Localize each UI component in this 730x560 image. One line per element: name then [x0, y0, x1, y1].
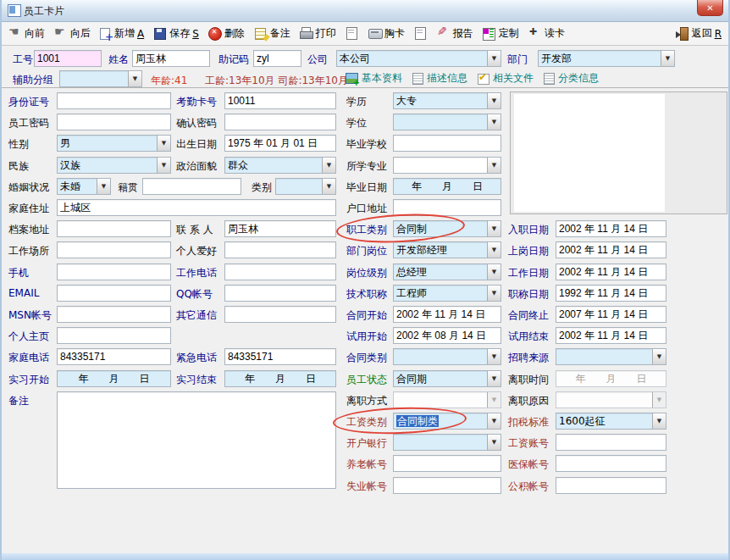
- toolbar-read-card-button[interactable]: 读卡: [528, 26, 565, 41]
- degree-select[interactable]: ▼: [393, 114, 501, 130]
- mobile-input[interactable]: [57, 263, 171, 280]
- contract-end-input[interactable]: [556, 306, 666, 323]
- dropdown-arrow-icon[interactable]: ▼: [97, 179, 110, 194]
- graduation-date-input[interactable]: [393, 178, 501, 195]
- dropdown-arrow-icon[interactable]: ▼: [487, 93, 500, 108]
- dropdown-arrow-icon[interactable]: ▼: [652, 392, 666, 408]
- toolbar-badge-button[interactable]: 胸卡: [368, 26, 405, 41]
- name-input[interactable]: [132, 50, 210, 67]
- toolbar-save-button[interactable]: 保存S: [153, 26, 199, 41]
- qq-input[interactable]: [224, 285, 336, 302]
- toolbar-customize-button[interactable]: 定制: [483, 26, 519, 41]
- political-status-select[interactable]: 群众▼: [224, 157, 336, 174]
- toolbar-delete-button[interactable]: 删除: [208, 26, 245, 41]
- dropdown-arrow-icon[interactable]: ▼: [487, 392, 500, 408]
- medical-account-input[interactable]: [556, 455, 666, 472]
- homepage-input[interactable]: [57, 327, 171, 344]
- msn-input[interactable]: [57, 306, 171, 323]
- gender-select[interactable]: 男▼: [57, 135, 171, 152]
- email-input[interactable]: [57, 285, 171, 302]
- ethnicity-select[interactable]: 汉族▼: [57, 157, 171, 174]
- toolbar-print-button[interactable]: 打印: [300, 26, 336, 41]
- dropdown-arrow-icon[interactable]: ▼: [487, 286, 500, 301]
- onduty-date-input[interactable]: [556, 241, 666, 258]
- recruit-source-select[interactable]: ▼: [556, 348, 666, 365]
- pension-account-input[interactable]: [393, 455, 501, 472]
- work-phone-input[interactable]: [224, 263, 336, 280]
- fund-account-input[interactable]: [556, 477, 666, 494]
- remarks-textarea[interactable]: [57, 391, 336, 489]
- work-date-input[interactable]: [556, 263, 666, 280]
- emergency-phone-input[interactable]: [224, 348, 336, 365]
- major-select[interactable]: ▼: [393, 157, 501, 174]
- salary-type-select[interactable]: 合同制类▼: [393, 413, 501, 430]
- mnemonic-input[interactable]: [253, 50, 301, 67]
- dropdown-arrow-icon[interactable]: ▼: [487, 221, 500, 236]
- confirm-password-input[interactable]: [224, 114, 336, 130]
- tab-相关文件[interactable]: 相关文件: [478, 71, 534, 86]
- unemployment-account-input[interactable]: [393, 477, 501, 494]
- native-place-input[interactable]: [142, 178, 241, 195]
- departure-time-input[interactable]: [556, 370, 666, 387]
- dropdown-arrow-icon[interactable]: ▼: [487, 371, 500, 386]
- home-address-input[interactable]: [57, 199, 336, 216]
- dropdown-arrow-icon[interactable]: ▼: [322, 158, 335, 173]
- toolbar-print-preview-button[interactable]: [346, 27, 359, 40]
- dropdown-arrow-icon[interactable]: ▼: [652, 413, 666, 429]
- id-number-input[interactable]: [57, 92, 171, 109]
- dropdown-arrow-icon[interactable]: ▼: [487, 413, 500, 429]
- departure-reason-select[interactable]: ▼: [556, 391, 666, 408]
- dropdown-arrow-icon[interactable]: ▼: [487, 264, 500, 280]
- aux-group-select[interactable]: ▼: [59, 70, 142, 87]
- tech-title-select[interactable]: 工程师▼: [393, 285, 501, 302]
- dropdown-arrow-icon[interactable]: ▼: [487, 242, 500, 258]
- education-select[interactable]: 大专▼: [393, 92, 501, 109]
- entry-date-input[interactable]: [556, 220, 666, 237]
- dropdown-arrow-icon[interactable]: ▼: [487, 158, 500, 173]
- attendance-card-input[interactable]: [224, 92, 336, 109]
- intern-start-input[interactable]: [57, 370, 171, 387]
- intern-end-input[interactable]: [224, 370, 336, 387]
- home-phone-input[interactable]: [57, 348, 171, 365]
- employee-status-select[interactable]: 合同期▼: [393, 370, 501, 387]
- contract-type-select[interactable]: ▼: [393, 348, 501, 365]
- toolbar-badge-preview-button[interactable]: [414, 27, 428, 40]
- dropdown-arrow-icon[interactable]: ▼: [661, 51, 674, 66]
- dept-position-select[interactable]: 开发部经理▼: [393, 241, 501, 258]
- dropdown-arrow-icon[interactable]: ▼: [157, 158, 170, 173]
- contact-input[interactable]: [224, 220, 336, 237]
- toolbar-new-button[interactable]: 新增A: [100, 26, 144, 41]
- other-comm-input[interactable]: [224, 306, 336, 323]
- dropdown-arrow-icon[interactable]: ▼: [652, 349, 666, 364]
- file-address-input[interactable]: [57, 220, 171, 237]
- birth-date-input[interactable]: [224, 135, 336, 152]
- marital-status-select[interactable]: 未婚▼: [57, 178, 111, 195]
- toolbar-backward-button[interactable]: 向后: [54, 26, 91, 41]
- dropdown-arrow-icon[interactable]: ▼: [322, 179, 335, 194]
- dropdown-arrow-icon[interactable]: ▼: [487, 435, 500, 450]
- dropdown-arrow-icon[interactable]: ▼: [487, 114, 500, 130]
- tax-standard-select[interactable]: 1600起征▼: [556, 413, 666, 430]
- employee-type-select[interactable]: 合同制▼: [393, 220, 501, 237]
- dropdown-arrow-icon[interactable]: ▼: [128, 71, 141, 86]
- photo-placeholder[interactable]: [514, 94, 665, 212]
- emp-no-input[interactable]: [34, 50, 102, 67]
- toolbar-return-button[interactable]: 返回R: [676, 26, 722, 41]
- trial-start-input[interactable]: [393, 327, 501, 344]
- tab-基本资料[interactable]: 基本资料: [346, 71, 402, 86]
- workplace-input[interactable]: [57, 241, 171, 258]
- hobby-input[interactable]: [224, 241, 336, 258]
- salary-account-input[interactable]: [556, 434, 666, 451]
- position-level-select[interactable]: 总经理▼: [393, 263, 501, 280]
- trial-end-input[interactable]: [556, 327, 666, 344]
- company-select[interactable]: 本公司▼: [336, 50, 501, 67]
- title-date-input[interactable]: [556, 285, 666, 302]
- departure-method-select[interactable]: ▼: [393, 391, 501, 408]
- registered-address-input[interactable]: [393, 199, 501, 216]
- tab-分类信息[interactable]: 分类信息: [544, 71, 599, 86]
- tab-描述信息[interactable]: 描述信息: [412, 71, 467, 86]
- department-select[interactable]: 开发部▼: [538, 50, 675, 67]
- close-button[interactable]: ✕: [697, 0, 723, 16]
- dropdown-arrow-icon[interactable]: ▼: [487, 51, 500, 66]
- password-input[interactable]: [57, 114, 171, 130]
